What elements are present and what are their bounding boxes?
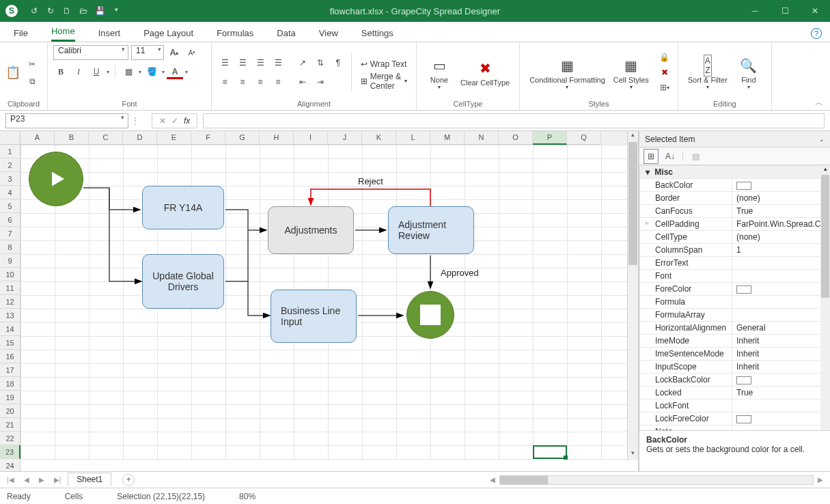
status-selection: Selection (22,15)(22,15) xyxy=(117,492,205,501)
underline-button[interactable]: U xyxy=(89,64,104,79)
formula-input[interactable] xyxy=(203,113,825,128)
decrease-font-icon[interactable]: A▾ xyxy=(184,45,199,60)
app-logo: S xyxy=(5,5,18,17)
sheet-nav-first[interactable]: |◀ xyxy=(4,476,17,484)
status-context: Cells xyxy=(65,492,83,501)
sheet-tabs-bar: |◀ ◀ ▶ ▶| Sheet1 + ◀ ▶ xyxy=(0,471,830,488)
wrap-text-button[interactable]: ↩Wrap Text xyxy=(357,57,411,72)
merge-center-button[interactable]: ⊞Merge & Center▾ xyxy=(357,74,411,89)
add-sheet-button[interactable]: + xyxy=(122,474,135,486)
align-top-icon[interactable]: ☰ xyxy=(217,55,232,70)
align-right-icon[interactable]: ≡ xyxy=(253,74,268,89)
save-icon[interactable]: 💾 xyxy=(94,6,105,16)
titlebar: S ↺ ↻ 🗋 🗁 💾 ▾ flowchart.xlsx - GrapeCity… xyxy=(0,0,830,22)
select-all-corner[interactable] xyxy=(0,131,20,145)
tab-home[interactable]: Home xyxy=(51,26,75,42)
minimize-button[interactable]: ─ xyxy=(740,0,770,22)
column-headers[interactable]: ABCDEFGHIJKLMNOPQ xyxy=(20,131,627,145)
flowchart-label-reject: Reject xyxy=(358,176,383,186)
quick-access-toolbar: ↺ ↻ 🗋 🗁 💾 ▾ xyxy=(29,6,122,16)
copy-icon[interactable]: ⧉ xyxy=(25,74,40,89)
properties-table[interactable]: ▾ MiscBackColor Border(none)CanFocusTrue… xyxy=(639,165,830,430)
cells-area[interactable]: FR Y14A Update Global Drivers Adjustment… xyxy=(20,145,627,460)
help-icon[interactable]: ? xyxy=(811,28,822,39)
fx-icon[interactable]: fx xyxy=(184,116,190,126)
row-headers[interactable]: 123456789101112131415161718192021222324 xyxy=(0,145,20,460)
open-icon[interactable]: 🗁 xyxy=(78,6,89,16)
group-clipboard-label: Clipboard xyxy=(5,100,42,110)
qat-dropdown-icon[interactable]: ▾ xyxy=(111,6,122,16)
properties-title: Selected Item xyxy=(645,135,695,144)
cancel-formula-icon[interactable]: ✕ xyxy=(159,116,166,126)
bold-button[interactable]: B xyxy=(53,64,68,79)
font-name-combo[interactable]: Calibri xyxy=(53,45,128,60)
align-justify-icon[interactable]: ≡ xyxy=(271,74,286,89)
decrease-indent-icon[interactable]: ⇤ xyxy=(295,74,310,89)
undo-icon[interactable]: ↺ xyxy=(29,6,40,16)
status-ready: Ready xyxy=(7,492,31,501)
tab-insert[interactable]: Insert xyxy=(98,28,121,42)
sheet-nav-next[interactable]: ▶ xyxy=(36,476,47,484)
hscroll-right[interactable]: ▶ xyxy=(815,476,826,484)
redo-icon[interactable]: ↻ xyxy=(45,6,56,16)
hscroll-left[interactable]: ◀ xyxy=(487,476,498,484)
cut-icon[interactable]: ✂ xyxy=(25,57,40,72)
cell-styles-button[interactable]: ▦Cell Styles▾ xyxy=(609,54,653,92)
border-button[interactable]: ▦ xyxy=(121,64,136,79)
celltype-none-button[interactable]: ▭None▾ xyxy=(422,54,456,92)
text-vertical-icon[interactable]: ⇅ xyxy=(313,55,328,70)
name-box[interactable]: P23 xyxy=(5,113,128,128)
align-center-icon[interactable]: ≡ xyxy=(235,74,250,89)
group-alignment-label: Alignment xyxy=(217,100,411,110)
cell-range-icon[interactable]: ⊞▾ xyxy=(657,80,672,95)
paste-icon[interactable]: 📋 xyxy=(5,57,20,88)
flowchart-box-adjustments: Adjustments xyxy=(268,206,354,254)
font-size-combo[interactable]: 11 xyxy=(131,45,164,60)
tab-file[interactable]: File xyxy=(14,28,28,42)
celltype-clear-button[interactable]: ✖Clear CellType xyxy=(456,57,514,88)
flowchart-end-node xyxy=(406,291,454,339)
tab-data[interactable]: Data xyxy=(277,28,295,42)
find-button[interactable]: 🔍Find▾ xyxy=(732,54,766,92)
orientation-icon[interactable]: ↗ xyxy=(295,55,310,70)
maximize-button[interactable]: ☐ xyxy=(770,0,800,22)
group-font-label: Font xyxy=(53,100,206,110)
lock-icon[interactable]: 🔒 xyxy=(657,50,672,65)
delete-x-icon[interactable]: ✖ xyxy=(657,65,672,80)
align-bottom-icon[interactable]: ☰ xyxy=(253,55,268,70)
flowchart-box-review: Adjustment Review xyxy=(388,206,474,254)
conditional-formatting-button[interactable]: ▦Conditional Formatting▾ xyxy=(525,54,609,92)
flowchart-box-update: Update Global Drivers xyxy=(142,254,224,309)
align-dist-icon[interactable]: ☰ xyxy=(271,55,286,70)
align-middle-icon[interactable]: ☰ xyxy=(235,55,250,70)
sheet-nav-prev[interactable]: ◀ xyxy=(21,476,32,484)
collapse-ribbon-icon[interactable]: ︿ xyxy=(808,97,830,110)
categorize-icon[interactable]: ⊞ xyxy=(644,149,659,164)
vertical-scrollbar[interactable]: ▴ ▾ xyxy=(627,131,638,460)
close-button[interactable]: ✕ xyxy=(800,0,830,22)
alphabetical-icon[interactable]: A↓ xyxy=(663,149,678,164)
tab-formulas[interactable]: Formulas xyxy=(217,28,253,42)
flowchart-shapes: FR Y14A Update Global Drivers Adjustment… xyxy=(20,145,627,460)
properties-dropdown-icon[interactable]: ⌄ xyxy=(819,136,825,143)
properties-scrollbar[interactable]: ▴ xyxy=(820,165,830,430)
horizontal-scrollbar[interactable] xyxy=(499,475,814,485)
sheet-tab-sheet1[interactable]: Sheet1 xyxy=(68,473,111,486)
fill-color-button[interactable]: 🪣 xyxy=(144,64,159,79)
new-icon[interactable]: 🗋 xyxy=(61,6,72,16)
tab-settings[interactable]: Settings xyxy=(361,28,393,42)
window-title: flowchart.xlsx - GrapeCity Spread Design… xyxy=(330,6,500,16)
text-direction-icon[interactable]: ¶ xyxy=(331,55,346,70)
increase-font-icon[interactable]: A▴ xyxy=(167,45,182,60)
accept-formula-icon[interactable]: ✓ xyxy=(171,116,178,126)
tab-view[interactable]: View xyxy=(319,28,338,42)
property-pages-icon[interactable]: ▤ xyxy=(688,149,703,164)
sheet-nav-last[interactable]: ▶| xyxy=(51,476,64,484)
tab-page-layout[interactable]: Page Layout xyxy=(143,28,193,42)
font-color-button[interactable]: A xyxy=(167,64,182,79)
align-left-icon[interactable]: ≡ xyxy=(217,74,232,89)
sort-filter-button[interactable]: AZSort & Filter▾ xyxy=(684,54,732,92)
italic-button[interactable]: I xyxy=(71,64,86,79)
spreadsheet-grid[interactable]: ABCDEFGHIJKLMNOPQ 1234567891011121314151… xyxy=(0,131,639,471)
increase-indent-icon[interactable]: ⇥ xyxy=(313,74,328,89)
